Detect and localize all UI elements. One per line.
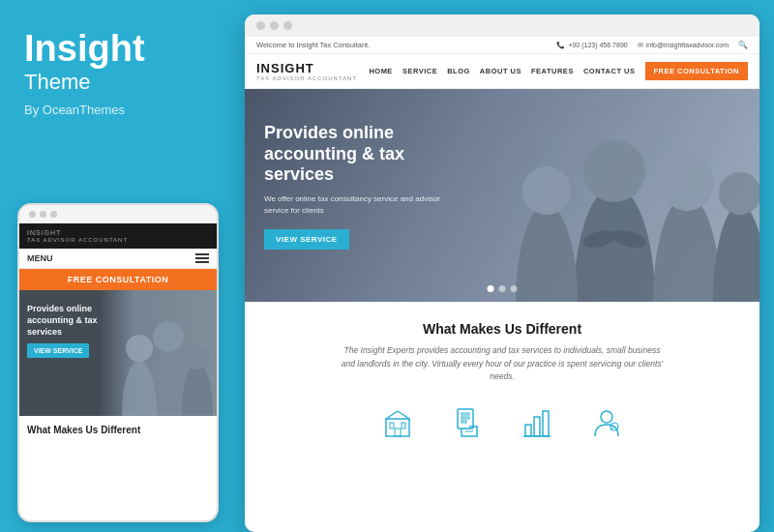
svg-point-2: [182, 363, 213, 416]
topbar-email: ✉ info@insighttaxadvisor.com: [638, 42, 729, 49]
carousel-dot-3[interactable]: [511, 285, 518, 292]
nav-cta-button[interactable]: FREE CONSULTATION: [645, 62, 749, 80]
mobile-mockup: INSIGHT TAX ADVISOR ACCOUNTANT MENU FREE…: [17, 203, 219, 522]
desktop-dot-1: [256, 21, 265, 30]
desktop-logo: INSIGHT TAX ADVISOR ACCOUNTANT: [256, 61, 357, 81]
mobile-nav: INSIGHT TAX ADVISOR ACCOUNTANT: [19, 223, 217, 249]
hamburger-line-3: [195, 261, 209, 263]
nav-blog[interactable]: BLOG: [447, 67, 470, 75]
by-line: By OceanThemes: [24, 103, 213, 117]
desktop-mockup: Welcome to Insight Tax Consultant. 📞 +00…: [245, 15, 759, 532]
nav-features[interactable]: FEATURES: [531, 67, 574, 75]
desktop-hero: Provides online accounting & tax service…: [245, 89, 759, 302]
topbar-phone: 📞 +00 (123) 456 7890: [556, 42, 627, 49]
svg-point-1: [153, 321, 184, 352]
search-icon[interactable]: 🔍: [738, 41, 748, 49]
mobile-dots: [19, 205, 217, 223]
svg-point-10: [653, 195, 721, 302]
mobile-bottom: What Makes Us Different: [19, 416, 217, 444]
desktop-wmd-section: What Makes Us Different The Insight Expe…: [245, 302, 759, 450]
building-icon: [382, 407, 413, 438]
mobile-view-service-button[interactable]: VIEW SERVICE: [27, 343, 89, 358]
svg-point-9: [522, 166, 571, 215]
hero-view-service-button[interactable]: VIEW SERVICE: [264, 229, 349, 250]
svg-rect-18: [402, 423, 405, 429]
svg-rect-17: [390, 423, 394, 429]
hero-description: We offer online tax consultancy service …: [264, 193, 448, 217]
wmd-icon-person: [591, 407, 622, 438]
wmd-description: The Insight Experts provides accounting …: [338, 344, 667, 384]
wmd-icon-document: [452, 407, 483, 438]
svg-line-20: [398, 411, 409, 419]
svg-rect-21: [395, 429, 401, 436]
carousel-dot-2[interactable]: [499, 285, 506, 292]
phone-icon: 📞: [556, 42, 565, 49]
svg-line-19: [386, 411, 398, 419]
svg-point-7: [583, 140, 645, 202]
mobile-cta-button[interactable]: FREE CONSULTATION: [19, 269, 217, 290]
brand-subtitle: Theme: [24, 70, 213, 95]
nav-home[interactable]: HOME: [369, 67, 393, 75]
svg-rect-24: [461, 417, 469, 419]
svg-point-11: [660, 157, 714, 211]
hamburger-line-2: [195, 257, 209, 259]
mobile-hero: Provides online accounting & tax service…: [19, 290, 217, 416]
desktop-topbar: Welcome to Insight Tax Consultant. 📞 +00…: [245, 37, 759, 54]
hamburger-line-1: [195, 253, 209, 255]
desktop-hero-content: Provides online accounting & tax service…: [245, 89, 467, 283]
svg-point-13: [719, 172, 759, 215]
svg-rect-27: [525, 425, 531, 436]
mobile-dot-3: [50, 211, 57, 218]
svg-rect-29: [543, 411, 549, 436]
wmd-icon-building: [382, 407, 413, 438]
desktop-nav-links: HOME SERVICE BLOG ABOUT US FEATURES CONT…: [369, 62, 748, 80]
desktop-nav: INSIGHT TAX ADVISOR ACCOUNTANT HOME SERV…: [245, 54, 759, 89]
nav-contact[interactable]: CONTACT US: [583, 67, 636, 75]
hero-title: Provides online accounting & tax service…: [264, 123, 448, 186]
svg-rect-28: [534, 417, 540, 436]
mobile-dot-2: [40, 211, 46, 218]
svg-point-12: [713, 205, 759, 302]
desktop-window-dots: [245, 15, 759, 37]
wmd-title: What Makes Us Different: [264, 321, 740, 337]
mobile-menu-bar: MENU: [19, 249, 217, 269]
mobile-logo: INSIGHT TAX ADVISOR ACCOUNTANT: [27, 229, 128, 243]
svg-point-3: [186, 346, 209, 369]
svg-point-31: [601, 411, 612, 423]
mobile-bottom-title: What Makes Us Different: [27, 424, 209, 436]
hamburger-icon: [195, 253, 209, 263]
svg-rect-23: [461, 413, 469, 415]
brand-title: Insight: [24, 29, 213, 70]
wmd-icons-row: [264, 399, 740, 438]
left-panel: Insight Theme By OceanThemes INSIGHT TAX…: [0, 0, 237, 532]
nav-about[interactable]: ABOUT US: [480, 67, 521, 75]
mobile-dot-1: [29, 211, 36, 218]
mobile-menu-label: MENU: [27, 253, 53, 263]
nav-service[interactable]: SERVICE: [402, 67, 437, 75]
topbar-right: 📞 +00 (123) 456 7890 ✉ info@insighttaxad…: [556, 41, 748, 49]
hero-carousel-dots: [488, 285, 518, 292]
document-icon: [452, 407, 483, 438]
svg-point-4: [122, 361, 157, 416]
svg-point-8: [516, 205, 578, 302]
carousel-dot-1[interactable]: [488, 285, 494, 292]
svg-point-5: [126, 335, 153, 362]
person-icon: [591, 407, 622, 438]
chart-icon: [521, 407, 552, 438]
desktop-hero-people: [431, 89, 759, 302]
desktop-dot-2: [270, 21, 279, 30]
email-icon: ✉: [638, 42, 643, 49]
svg-rect-25: [461, 421, 466, 423]
desktop-dot-3: [283, 21, 292, 30]
mobile-hero-text: Provides online accounting & tax service…: [27, 304, 124, 338]
topbar-welcome: Welcome to Insight Tax Consultant.: [256, 41, 370, 49]
wmd-icon-chart: [521, 407, 552, 438]
